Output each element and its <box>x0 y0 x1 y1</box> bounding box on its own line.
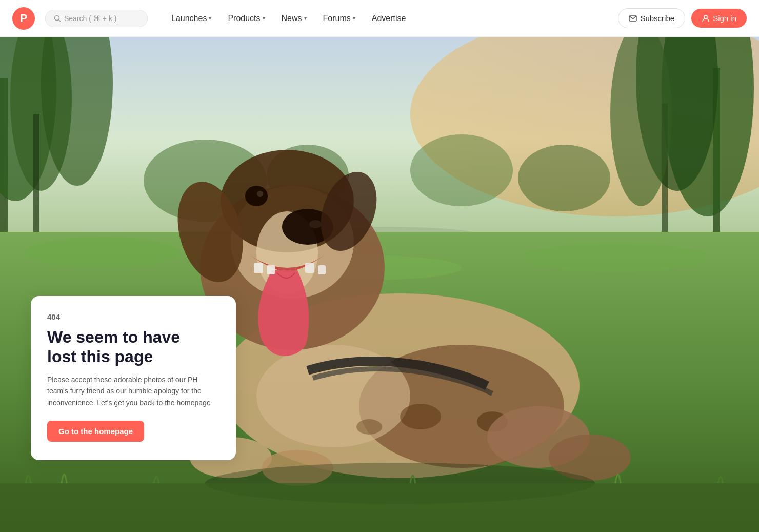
nav-item-news[interactable]: News ▾ <box>274 10 314 27</box>
subscribe-label: Subscribe <box>640 14 674 23</box>
homepage-button[interactable]: Go to the homepage <box>47 421 144 442</box>
nav-label-advertise: Advertise <box>372 14 406 23</box>
svg-point-38 <box>257 191 263 197</box>
nav-label-products: Products <box>228 14 260 23</box>
logo[interactable]: P <box>12 7 35 30</box>
nav-item-launches[interactable]: Launches ▾ <box>164 10 218 27</box>
navbar: P Search ( ⌘ + k ) Launches ▾ Products ▾… <box>0 0 759 37</box>
search-box[interactable]: Search ( ⌘ + k ) <box>45 10 148 27</box>
svg-rect-50 <box>0 483 759 532</box>
svg-rect-44 <box>318 265 326 274</box>
svg-point-18 <box>410 134 513 206</box>
error-title-line1: We seem to have <box>47 328 180 346</box>
search-placeholder: Search ( ⌘ + k ) <box>64 14 116 23</box>
search-icon <box>54 15 61 22</box>
nav-label-forums: Forums <box>323 14 351 23</box>
nav-item-advertise[interactable]: Advertise <box>365 10 413 27</box>
svg-point-37 <box>245 186 268 206</box>
svg-point-36 <box>309 220 322 228</box>
nav-links: Launches ▾ Products ▾ News ▾ Forums ▾ Ad… <box>164 10 614 27</box>
nav-label-news: News <box>282 14 302 23</box>
subscribe-icon <box>629 14 637 23</box>
chevron-down-icon: ▾ <box>263 15 265 21</box>
svg-point-30 <box>356 419 382 435</box>
error-title: We seem to have lost this page <box>47 327 219 367</box>
svg-point-28 <box>400 404 441 429</box>
chevron-down-icon: ▾ <box>304 15 307 21</box>
error-description: Please accept these adorable photos of o… <box>47 374 219 408</box>
error-code: 404 <box>47 312 219 321</box>
svg-rect-43 <box>305 263 314 273</box>
svg-point-19 <box>518 145 610 211</box>
error-title-line2: lost this page <box>47 347 153 366</box>
svg-line-1 <box>59 19 61 22</box>
nav-right: Subscribe Sign in <box>618 8 747 28</box>
homepage-button-label: Go to the homepage <box>58 427 133 436</box>
chevron-down-icon: ▾ <box>353 15 355 21</box>
subscribe-button[interactable]: Subscribe <box>618 8 685 28</box>
logo-letter: P <box>20 13 28 24</box>
signin-label: Sign in <box>713 14 736 23</box>
svg-rect-41 <box>254 263 263 273</box>
signin-icon <box>702 14 710 23</box>
nav-label-launches: Launches <box>171 14 207 23</box>
svg-point-3 <box>704 15 707 18</box>
signin-button[interactable]: Sign in <box>691 9 747 28</box>
nav-item-forums[interactable]: Forums ▾ <box>316 10 363 27</box>
error-card: 404 We seem to have lost this page Pleas… <box>31 296 236 460</box>
nav-item-products[interactable]: Products ▾ <box>221 10 272 27</box>
chevron-down-icon: ▾ <box>209 15 211 21</box>
svg-point-24 <box>523 243 708 272</box>
svg-rect-42 <box>267 265 275 274</box>
svg-point-22 <box>26 237 179 268</box>
